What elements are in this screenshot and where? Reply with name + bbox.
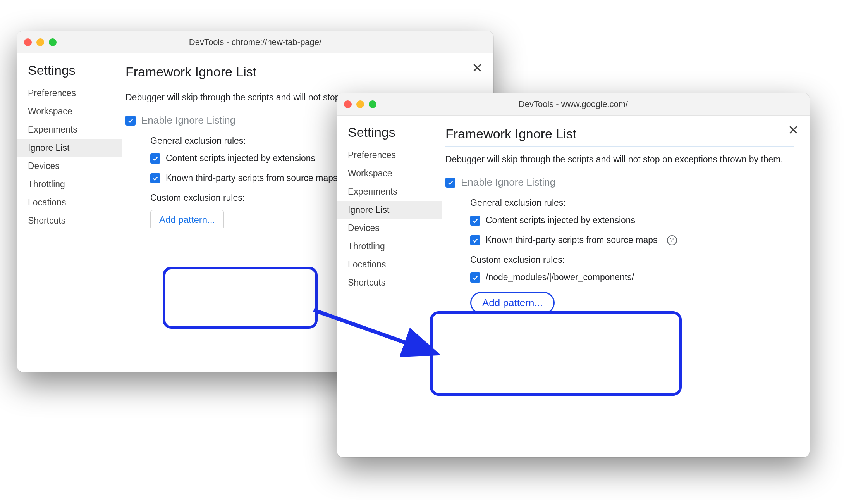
rule-third-party-label: Known third-party scripts from source ma… <box>486 235 658 245</box>
window-close-icon[interactable] <box>344 100 352 108</box>
add-pattern-button[interactable]: Add pattern... <box>470 292 555 314</box>
checkbox-content-scripts[interactable] <box>150 153 160 164</box>
titlebar: DevTools - chrome://new-tab-page/ <box>17 31 493 53</box>
sidebar-item-experiments[interactable]: Experiments <box>17 121 122 139</box>
checkbox-enable-ignore-listing[interactable] <box>125 116 136 126</box>
settings-main: Framework Ignore List Debugger will skip… <box>442 116 810 457</box>
sidebar-item-experiments[interactable]: Experiments <box>337 183 442 201</box>
sidebar-item-locations[interactable]: Locations <box>17 193 122 212</box>
page-title: Framework Ignore List <box>445 126 794 141</box>
settings-heading: Settings <box>337 125 442 146</box>
settings-sidebar: Settings Preferences Workspace Experimen… <box>17 53 122 372</box>
traffic-lights <box>344 100 376 108</box>
rule-third-party-row[interactable]: Known third-party scripts from source ma… <box>470 235 794 245</box>
settings-heading: Settings <box>17 63 122 84</box>
sidebar-item-devices[interactable]: Devices <box>337 219 442 237</box>
add-pattern-button[interactable]: Add pattern... <box>150 210 224 229</box>
enable-ignore-listing-row[interactable]: Enable Ignore Listing <box>445 176 794 188</box>
divider <box>125 84 478 84</box>
sidebar-item-throttling[interactable]: Throttling <box>337 237 442 255</box>
window-title: DevTools - www.google.com/ <box>519 99 628 109</box>
sidebar-item-preferences[interactable]: Preferences <box>337 146 442 164</box>
sidebar-item-devices[interactable]: Devices <box>17 157 122 175</box>
sidebar-list: Preferences Workspace Experiments Ignore… <box>337 146 442 292</box>
sidebar-item-workspace[interactable]: Workspace <box>17 102 122 121</box>
checkbox-third-party[interactable] <box>150 173 160 183</box>
sidebar-item-ignore-list[interactable]: Ignore List <box>337 201 442 219</box>
window-zoom-icon[interactable] <box>369 100 376 108</box>
devtools-window-after: DevTools - www.google.com/ ✕ Settings Pr… <box>337 93 810 457</box>
sidebar-item-throttling[interactable]: Throttling <box>17 175 122 193</box>
traffic-lights <box>24 38 57 46</box>
checkbox-custom-pattern[interactable] <box>470 272 480 283</box>
sidebar-item-shortcuts[interactable]: Shortcuts <box>17 212 122 230</box>
window-minimize-icon[interactable] <box>36 38 44 46</box>
enable-ignore-listing-label: Enable Ignore Listing <box>461 176 555 188</box>
sidebar-item-preferences[interactable]: Preferences <box>17 84 122 102</box>
custom-rules-heading: Custom exclusion rules: <box>470 255 794 265</box>
settings-sidebar: Settings Preferences Workspace Experimen… <box>337 116 442 457</box>
window-close-icon[interactable] <box>24 38 32 46</box>
sidebar-item-workspace[interactable]: Workspace <box>337 164 442 183</box>
custom-pattern-row[interactable]: /node_modules/|/bower_components/ <box>470 272 794 283</box>
general-rules-heading: General exclusion rules: <box>470 198 794 208</box>
sidebar-list: Preferences Workspace Experiments Ignore… <box>17 84 122 230</box>
enable-ignore-listing-label: Enable Ignore Listing <box>141 114 235 126</box>
sidebar-item-ignore-list[interactable]: Ignore List <box>17 139 122 157</box>
rule-third-party-label: Known third-party scripts from source ma… <box>166 173 338 183</box>
rule-content-scripts-row[interactable]: Content scripts injected by extensions <box>470 215 794 226</box>
divider <box>445 146 794 147</box>
checkbox-enable-ignore-listing[interactable] <box>445 178 455 188</box>
page-title: Framework Ignore List <box>125 64 478 79</box>
checkbox-content-scripts[interactable] <box>470 216 480 226</box>
window-zoom-icon[interactable] <box>49 38 57 46</box>
titlebar: DevTools - www.google.com/ <box>337 93 810 116</box>
help-icon[interactable]: ? <box>667 235 677 245</box>
rule-content-scripts-label: Content scripts injected by extensions <box>486 215 635 226</box>
custom-pattern-text: /node_modules/|/bower_components/ <box>486 272 634 283</box>
window-minimize-icon[interactable] <box>356 100 364 108</box>
sidebar-item-locations[interactable]: Locations <box>337 255 442 274</box>
description-text: Debugger will skip through the scripts a… <box>445 153 794 166</box>
checkbox-third-party[interactable] <box>470 235 480 245</box>
sidebar-item-shortcuts[interactable]: Shortcuts <box>337 274 442 292</box>
rule-content-scripts-label: Content scripts injected by extensions <box>166 153 315 164</box>
window-title: DevTools - chrome://new-tab-page/ <box>189 37 321 47</box>
